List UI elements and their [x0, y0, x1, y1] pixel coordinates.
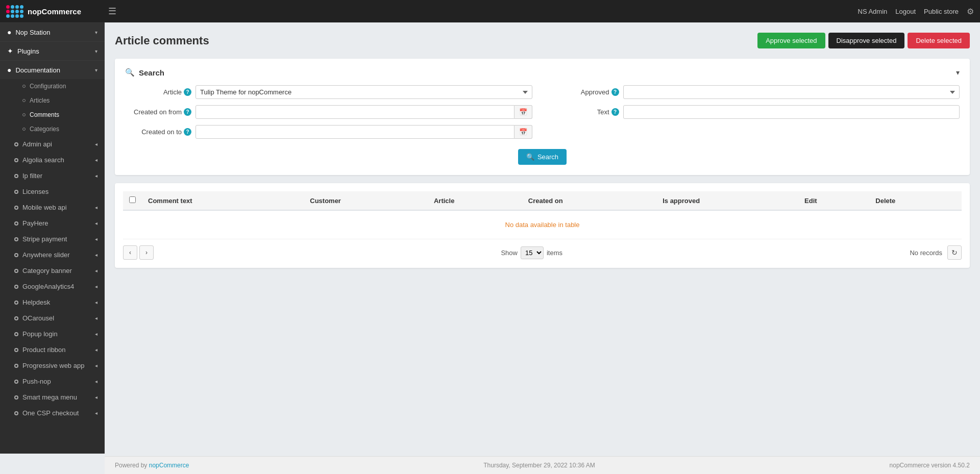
dot-icon — [14, 158, 18, 162]
sidebar-header-nopstation[interactable]: ● Nop Station ▾ — [0, 23, 105, 41]
sidebar-item-mobile-web-api[interactable]: Mobile web api ◂ — [0, 199, 105, 215]
items-per-page-select[interactable]: 15 25 50 — [521, 246, 544, 259]
sidebar-item-ip-filter[interactable]: Ip filter ◂ — [0, 168, 105, 184]
chevron-down-icon: ▾ — [95, 30, 97, 35]
arrow-icon: ◂ — [95, 347, 97, 353]
text-input[interactable] — [623, 105, 960, 119]
footer-powered-text: Powered by — [115, 462, 147, 469]
topnav-public-store[interactable]: Public store — [924, 8, 959, 15]
sidebar-item-payhere[interactable]: PayHere ◂ — [0, 215, 105, 231]
search-panel: 🔍 Search ▾ Article ? Tulip Theme for nop… — [115, 59, 970, 175]
dot-icon — [14, 364, 18, 368]
sidebar-header-left: ● Documentation — [7, 66, 60, 74]
col-is-approved: Is approved — [656, 191, 798, 210]
arrow-icon: ◂ — [95, 331, 97, 337]
topnav-user[interactable]: NS Admin — [858, 8, 888, 15]
disapprove-selected-button[interactable]: Disapprove selected — [828, 33, 905, 48]
created-from-calendar-button[interactable]: 📅 — [514, 105, 532, 119]
sidebar-item-anywhere-slider[interactable]: Anywhere slider ◂ — [0, 247, 105, 263]
sidebar-item-category-banner[interactable]: Category banner ◂ — [0, 263, 105, 279]
sidebar-item-label: Smart mega menu — [22, 393, 77, 401]
arrow-icon: ◂ — [95, 141, 97, 147]
gear-icon[interactable]: ⚙ — [967, 7, 974, 16]
text-info-icon[interactable]: ? — [611, 108, 619, 116]
approve-selected-button[interactable]: Approve selected — [757, 33, 825, 48]
approved-select[interactable]: Yes No — [623, 85, 960, 99]
sidebar-item-configuration[interactable]: Configuration — [0, 79, 105, 93]
table-header-row: Comment text Customer Article Created on… — [123, 191, 962, 210]
col-delete: Delete — [869, 191, 962, 210]
refresh-button[interactable]: ↻ — [947, 245, 962, 260]
sidebar-item-label: Categories — [30, 126, 59, 133]
sidebar-item-articles[interactable]: Articles — [0, 93, 105, 108]
topnav-logout[interactable]: Logout — [895, 8, 916, 15]
sidebar-item-push-nop[interactable]: Push-nop ◂ — [0, 373, 105, 389]
sidebar-section-nopstation: ● Nop Station ▾ — [0, 22, 105, 41]
sidebar-item-stripe-payment[interactable]: Stripe payment ◂ — [0, 231, 105, 247]
sidebar-item-comments[interactable]: Comments — [0, 108, 105, 122]
select-all-checkbox[interactable] — [129, 196, 136, 203]
col-created-on: Created on — [522, 191, 656, 210]
created-from-label: Created on from ? — [125, 108, 191, 116]
sidebar-item-licenses[interactable]: Licenses — [0, 184, 105, 199]
topnav-right: NS Admin Logout Public store ⚙ — [858, 7, 974, 16]
sidebar-item-product-ribbon[interactable]: Product ribbon ◂ — [0, 342, 105, 358]
sidebar-item-label: Category banner — [22, 267, 72, 275]
arrow-icon: ◂ — [95, 315, 97, 321]
search-panel-header[interactable]: 🔍 Search ▾ — [125, 68, 960, 77]
arrow-icon: ◂ — [95, 284, 97, 289]
created-from-info-icon[interactable]: ? — [184, 108, 191, 116]
search-title-text: Search — [139, 68, 164, 77]
dot-icon — [14, 316, 18, 320]
search-button-row: 🔍 Search — [125, 149, 960, 165]
sidebar-item-smart-mega-menu[interactable]: Smart mega menu ◂ — [0, 389, 105, 405]
sidebar-item-progressive-web-app[interactable]: Progressive web app ◂ — [0, 358, 105, 373]
created-from-field-row: Created on from ? 📅 — [125, 105, 532, 119]
created-from-label-text: Created on from — [134, 108, 182, 116]
sidebar-item-popup-login[interactable]: Popup login ◂ — [0, 326, 105, 342]
sidebar-item-label: One CSP checkout — [22, 409, 79, 417]
chevron-down-icon-docs: ▾ — [95, 67, 97, 73]
article-select[interactable]: Tulip Theme for nopCommerce — [195, 85, 532, 99]
search-button[interactable]: 🔍 Search — [518, 149, 567, 165]
created-from-input[interactable] — [195, 105, 514, 119]
table-header: Comment text Customer Article Created on… — [123, 191, 962, 210]
sidebar-item-algolia-search[interactable]: Algolia search ◂ — [0, 152, 105, 168]
footer-powered-link[interactable]: nopCommerce — [149, 462, 189, 469]
collapse-chevron-icon[interactable]: ▾ — [956, 68, 960, 77]
no-records-label: No records — [910, 249, 942, 257]
sidebar-item-one-csp-checkout[interactable]: One CSP checkout ◂ — [0, 405, 105, 421]
sidebar-item-label: Helpdesk — [22, 298, 50, 306]
sidebar-item-googleanalytics4[interactable]: GoogleAnalytics4 ◂ — [0, 279, 105, 294]
sidebar-item-label: Push-nop — [22, 378, 51, 385]
prev-page-button[interactable]: ‹ — [123, 245, 137, 260]
sidebar-item-categories[interactable]: Categories — [0, 122, 105, 136]
approved-label: Approved ? — [553, 88, 619, 96]
hamburger-icon[interactable]: ☰ — [108, 6, 116, 17]
col-edit: Edit — [798, 191, 869, 210]
search-panel-title: 🔍 Search — [125, 68, 164, 77]
approved-info-icon[interactable]: ? — [611, 88, 619, 96]
created-to-info-icon[interactable]: ? — [184, 128, 191, 136]
sidebar-item-ocarousel[interactable]: OCarousel ◂ — [0, 310, 105, 326]
arrow-icon: ◂ — [95, 410, 97, 416]
created-to-calendar-button[interactable]: 📅 — [514, 125, 532, 139]
dot-icon — [14, 395, 18, 400]
sidebar-header-documentation[interactable]: ● Documentation ▾ — [0, 61, 105, 79]
sidebar-header-plugins[interactable]: ✦ Plugins ▾ — [0, 42, 105, 60]
dot-icon — [14, 253, 18, 257]
delete-selected-button[interactable]: Delete selected — [908, 33, 970, 48]
article-info-icon[interactable]: ? — [184, 88, 191, 96]
footer-timestamp: Thursday, September 29, 2022 10:36 AM — [483, 462, 595, 469]
sidebar-item-helpdesk[interactable]: Helpdesk ◂ — [0, 294, 105, 310]
search-form: Article ? Tulip Theme for nopCommerce Ap… — [125, 85, 960, 165]
dot-icon — [14, 348, 18, 352]
items-label: items — [547, 249, 562, 257]
dot-icon — [14, 380, 18, 384]
approved-field-row: Approved ? Yes No — [553, 85, 960, 99]
sidebar-item-label: GoogleAnalytics4 — [22, 283, 74, 290]
created-to-input[interactable] — [195, 125, 514, 139]
sidebar-item-admin-api[interactable]: Admin api ◂ — [0, 136, 105, 152]
table-body: No data available in table — [123, 210, 962, 239]
next-page-button[interactable]: › — [139, 245, 154, 260]
